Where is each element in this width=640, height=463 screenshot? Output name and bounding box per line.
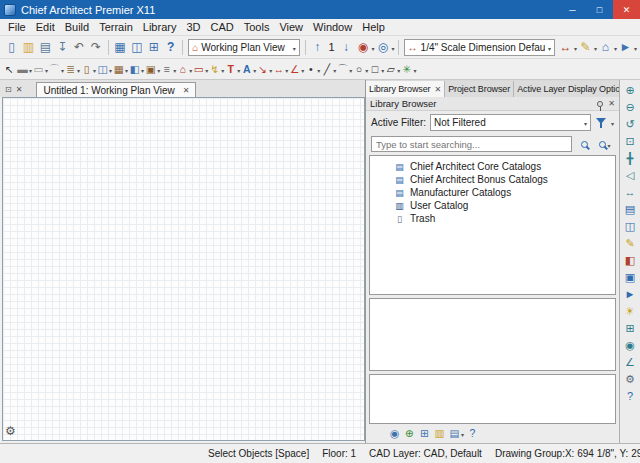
maximize-button[interactable]: □ bbox=[586, 0, 613, 19]
furniture-tool[interactable]: ▣▾ bbox=[144, 62, 160, 77]
side-help-icon[interactable]: ? bbox=[622, 389, 638, 404]
straight-wall-tool[interactable]: ▬▾ bbox=[16, 62, 32, 77]
railing-icon[interactable]: ≣ bbox=[64, 62, 77, 77]
menu-cad[interactable]: CAD bbox=[205, 20, 238, 34]
preview-pane-toggle-icon[interactable]: ◉ bbox=[388, 426, 401, 441]
new-plan-icon[interactable]: ▯ bbox=[3, 39, 20, 56]
chevron-down-icon[interactable]: ▾ bbox=[634, 45, 637, 52]
chevron-down-icon[interactable]: ▾ bbox=[611, 120, 614, 127]
ceiling-icon[interactable]: ▭ bbox=[192, 62, 205, 77]
zoom-out-icon[interactable]: ⊖ bbox=[622, 100, 638, 115]
chevron-down-icon[interactable]: ▾ bbox=[392, 45, 395, 52]
menu-build[interactable]: Build bbox=[60, 20, 94, 34]
sprinkler-tool[interactable]: ✳▾ bbox=[400, 62, 416, 77]
object-snaps-icon[interactable]: ◉ bbox=[622, 338, 638, 353]
roof-tools-tool[interactable]: ⌂▾ bbox=[597, 39, 617, 56]
floor-up-icon[interactable]: ↑ bbox=[309, 39, 326, 56]
cad-polyline-tool[interactable]: ▱▾ bbox=[384, 62, 400, 77]
camera-view-icon[interactable]: ◉ bbox=[355, 39, 372, 56]
open-plan-icon[interactable]: ▥ bbox=[20, 39, 37, 56]
menu-window[interactable]: Window bbox=[308, 20, 357, 34]
advanced-search-icon[interactable]: ▾ bbox=[596, 136, 614, 152]
marker-tool-icon[interactable]: ✎ bbox=[577, 39, 594, 56]
menu-library[interactable]: Library bbox=[138, 20, 182, 34]
dimension-tool[interactable]: ↔▾ bbox=[272, 62, 288, 77]
walkthrough-icon[interactable]: ► bbox=[622, 287, 638, 302]
tree-item-manufacturer-catalogs[interactable]: ▤Manufacturer Catalogs bbox=[370, 186, 615, 199]
open-library-folder-icon[interactable]: ▥ bbox=[433, 426, 446, 441]
perspective-overview-icon[interactable]: ◎ bbox=[375, 39, 392, 56]
straight-wall-icon[interactable]: ▬ bbox=[16, 62, 29, 77]
tab-active-layer-display-options[interactable]: Active Layer Display Options bbox=[514, 81, 619, 97]
cad-line-icon[interactable]: ╱ bbox=[320, 62, 333, 77]
door-icon[interactable]: ▯ bbox=[80, 62, 93, 77]
leader-line-icon[interactable]: ↘ bbox=[256, 62, 269, 77]
cad-box-icon[interactable]: □ bbox=[368, 62, 381, 77]
cad-arc-tool[interactable]: ⌒▾ bbox=[336, 62, 352, 77]
cad-point-tool[interactable]: •▾ bbox=[304, 62, 320, 77]
electrical-tool[interactable]: ↯▾ bbox=[208, 62, 224, 77]
cad-box-tool[interactable]: □▾ bbox=[368, 62, 384, 77]
marker-tool-tool[interactable]: ✎▾ bbox=[577, 39, 597, 56]
chevron-down-icon[interactable]: ▾ bbox=[548, 45, 551, 52]
library-search-input[interactable] bbox=[371, 136, 572, 152]
tree-item-chief-architect-core-catalogs[interactable]: ▤Chief Architect Core Catalogs bbox=[370, 160, 615, 173]
tab-library-browser[interactable]: Library Browser✕ bbox=[366, 81, 445, 97]
railing-tool[interactable]: ≣▾ bbox=[64, 62, 80, 77]
dimension-tool-icon[interactable]: ↔ bbox=[557, 39, 574, 56]
dimension-icon[interactable]: ↔ bbox=[272, 62, 285, 77]
library-search-icon[interactable]: ⊕ bbox=[403, 426, 416, 441]
cad-circle-icon[interactable]: ○ bbox=[352, 62, 365, 77]
angular-dimension-tool[interactable]: ∠▾ bbox=[288, 62, 304, 77]
leader-line-tool[interactable]: ↘▾ bbox=[256, 62, 272, 77]
cad-line-tool[interactable]: ╱▾ bbox=[320, 62, 336, 77]
roof-tool[interactable]: ⌂▾ bbox=[176, 62, 192, 77]
north-pointer-tool[interactable]: ►▾ bbox=[617, 39, 637, 56]
ceiling-tool[interactable]: ▭▾ bbox=[192, 62, 208, 77]
tree-item-chief-architect-bonus-catalogs[interactable]: ▤Chief Architect Bonus Catalogs bbox=[370, 173, 615, 186]
text-tool[interactable]: T▾ bbox=[224, 62, 240, 77]
camera-icon[interactable]: ▣ bbox=[622, 270, 638, 285]
stairs-icon[interactable]: ≡ bbox=[160, 62, 173, 77]
interior-wall-tool[interactable]: ▭▾ bbox=[32, 62, 48, 77]
pin-icon[interactable] bbox=[597, 101, 603, 107]
select-objects-icon[interactable]: ↖ bbox=[3, 62, 16, 77]
cad-point-icon[interactable]: • bbox=[304, 62, 317, 77]
help-icon[interactable]: ? bbox=[162, 39, 179, 56]
tab-project-browser[interactable]: Project Browser bbox=[445, 81, 514, 97]
menu-file[interactable]: File bbox=[3, 20, 31, 34]
stairs-tool[interactable]: ≡▾ bbox=[160, 62, 176, 77]
door-tool[interactable]: ▯▾ bbox=[80, 62, 96, 77]
curved-wall-icon[interactable]: ⌒ bbox=[48, 62, 61, 77]
chevron-down-icon[interactable]: ▾ bbox=[413, 67, 416, 74]
export-icon[interactable]: ↧ bbox=[54, 39, 71, 56]
tab-close-icon[interactable]: ✕ bbox=[183, 86, 190, 95]
dimension-defaults-select[interactable]: ↔1/4" Scale Dimension Defaults▾ bbox=[404, 39, 555, 56]
library-view-options-icon[interactable]: ▤ bbox=[448, 426, 461, 441]
electrical-icon[interactable]: ↯ bbox=[208, 62, 221, 77]
fixture-icon[interactable]: ◧ bbox=[128, 62, 141, 77]
menu-view[interactable]: View bbox=[274, 20, 308, 34]
perspective-overview-tool[interactable]: ◎▾ bbox=[375, 39, 395, 56]
curved-wall-tool[interactable]: ⌒▾ bbox=[48, 62, 64, 77]
dimension-tool-tool[interactable]: ↔▾ bbox=[557, 39, 577, 56]
edit-area-visible-icon[interactable]: ◫ bbox=[128, 39, 145, 56]
object-painter-icon[interactable]: ✎ bbox=[622, 236, 638, 251]
rich-text-icon[interactable]: A bbox=[240, 62, 253, 77]
roof-tools-icon[interactable]: ⌂ bbox=[597, 39, 614, 56]
fixture-tool[interactable]: ◧▾ bbox=[128, 62, 144, 77]
layer-display-options-icon[interactable]: ▤ bbox=[622, 202, 638, 217]
tree-item-user-catalog[interactable]: ▥User Catalog bbox=[370, 199, 615, 212]
fill-window-icon[interactable]: ⊡ bbox=[622, 134, 638, 149]
gear-icon[interactable]: ⚙ bbox=[5, 424, 16, 438]
menu-3d[interactable]: 3D bbox=[181, 20, 205, 34]
floor-down-icon[interactable]: ↓ bbox=[338, 39, 355, 56]
sun-settings-icon[interactable]: ☀ bbox=[622, 304, 638, 319]
measure-icon[interactable]: ↔ bbox=[622, 185, 638, 200]
edit-area-icon[interactable]: ▦ bbox=[112, 39, 129, 56]
document-tab[interactable]: Untitled 1: Working Plan View ✕ bbox=[36, 82, 196, 97]
camera-view-tool[interactable]: ◉▾ bbox=[355, 39, 375, 56]
tab-close-icon[interactable]: ✕ bbox=[435, 85, 442, 94]
cad-arc-icon[interactable]: ⌒ bbox=[336, 62, 349, 77]
close-panel-icon[interactable]: ✕ bbox=[16, 85, 23, 94]
